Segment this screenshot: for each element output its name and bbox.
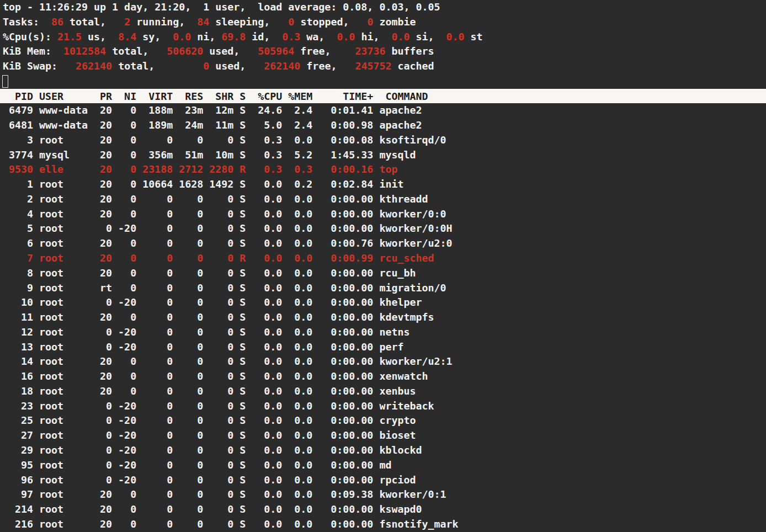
summary-label: total, [63, 16, 112, 28]
summary-value: 245752 [343, 60, 391, 72]
top-summary-block: top - 11:26:29 up 1 day, 21:20, 1 user, … [3, 0, 766, 74]
summary-value: 0.0 [385, 31, 409, 42]
summary-label: id, [246, 31, 276, 42]
process-row-4: 4 root 20 0 0 0 0 S 0.0 0.0 0:00.00 kwor… [3, 207, 766, 222]
summary-label: used, [209, 60, 252, 72]
terminal-screen[interactable]: top - 11:26:29 up 1 day, 21:20, 1 user, … [0, 0, 766, 532]
summary-label: zombie [373, 16, 416, 28]
process-row-7: 7 root 20 0 0 0 0 R 0.0 0.0 0:00.99 rcu_… [3, 251, 766, 266]
summary-value: 0.0 [440, 31, 465, 42]
summary-label: stopped, [294, 16, 355, 28]
process-row-9: 9 root rt 0 0 0 0 S 0.0 0.0 0:00.00 migr… [3, 281, 766, 296]
process-row-16: 16 root 20 0 0 0 0 S 0.0 0.0 0:00.00 xen… [3, 369, 766, 384]
process-table: 6479 www-data 20 0 188m 23m 12m S 24.6 2… [3, 103, 766, 531]
process-row-96: 96 root 0 -20 0 0 0 S 0.0 0.0 0:00.00 rp… [3, 473, 766, 488]
process-row-14: 14 root 20 0 0 0 0 S 0.0 0.0 0:00.00 kwo… [3, 354, 766, 369]
process-row-23: 23 root 0 -20 0 0 0 S 0.0 0.0 0:00.00 wr… [3, 399, 766, 414]
summary-value: 0 [276, 16, 294, 28]
process-table-header: PID USER PR NI VIRT RES SHR S %CPU %MEM … [0, 89, 766, 104]
cursor-line [3, 74, 766, 89]
process-row-1: 1 root 20 0 10664 1628 1492 S 0.0 0.2 0:… [3, 177, 766, 192]
summary-label: KiB Mem: [3, 45, 57, 57]
summary-value: 506620 [155, 45, 203, 57]
summary-label: cached [391, 60, 434, 72]
process-row-10: 10 root 0 -20 0 0 0 S 0.0 0.0 0:00.00 kh… [3, 295, 766, 310]
process-row-214: 214 root 20 0 0 0 0 S 0.0 0.0 0:00.00 ks… [3, 502, 766, 517]
summary-label: free, [300, 60, 343, 72]
uptime-line: top - 11:26:29 up 1 day, 21:20, 1 user, … [3, 0, 766, 15]
process-row-3: 3 root 20 0 0 0 0 S 0.3 0.0 0:00.08 ksof… [3, 133, 766, 148]
summary-value: 84 [191, 16, 209, 28]
tasks-line: Tasks: 86 total, 2 running, 84 sleeping,… [3, 15, 766, 30]
summary-value: 505964 [246, 45, 294, 57]
summary-value: 0.3 [276, 31, 300, 42]
summary-value: 69.8 [221, 31, 246, 42]
summary-label: used, [203, 45, 246, 57]
summary-value: 86 [45, 16, 63, 28]
summary-label: buffers [385, 45, 434, 57]
summary-label: ni, [191, 31, 221, 42]
summary-value: 2 [112, 16, 130, 28]
summary-value: 1012584 [57, 45, 106, 57]
summary-label: top - 11:26:29 up 1 day, 21:20, 1 user, … [3, 1, 440, 13]
summary-label: running, [130, 16, 191, 28]
summary-label: us, [82, 31, 112, 42]
summary-label: sy, [136, 31, 167, 42]
summary-value: 8.4 [112, 31, 136, 42]
terminal-cursor [2, 75, 8, 88]
summary-label: Tasks: [3, 16, 45, 28]
mem-line: KiB Mem: 1012584 total, 506620 used, 505… [3, 44, 766, 59]
summary-value: 0.0 [331, 31, 355, 42]
process-row-18: 18 root 20 0 0 0 0 S 0.0 0.0 0:00.00 xen… [3, 384, 766, 399]
summary-label: wa, [300, 31, 331, 42]
process-row-12: 12 root 0 -20 0 0 0 S 0.0 0.0 0:00.00 ne… [3, 325, 766, 340]
process-row-25: 25 root 0 -20 0 0 0 S 0.0 0.0 0:00.00 cr… [3, 413, 766, 428]
process-row-6479: 6479 www-data 20 0 188m 23m 12m S 24.6 2… [3, 103, 766, 118]
summary-label: sleeping, [209, 16, 276, 28]
process-row-13: 13 root 0 -20 0 0 0 S 0.0 0.0 0:00.00 pe… [3, 340, 766, 355]
summary-label: total, [106, 45, 155, 57]
summary-label: total, [112, 60, 161, 72]
process-row-11: 11 root 20 0 0 0 0 S 0.0 0.0 0:00.00 kde… [3, 310, 766, 325]
summary-value: 0 [355, 16, 373, 28]
process-row-216: 216 root 20 0 0 0 0 S 0.0 0.0 0:00.00 fs… [3, 517, 766, 532]
process-row-27: 27 root 0 -20 0 0 0 S 0.0 0.0 0:00.00 bi… [3, 428, 766, 443]
process-row-2: 2 root 20 0 0 0 0 S 0.0 0.0 0:00.00 kthr… [3, 192, 766, 207]
summary-label: si, [409, 31, 440, 42]
summary-value: 23736 [337, 45, 385, 57]
summary-label: free, [294, 45, 337, 57]
summary-value: 262140 [63, 60, 112, 72]
process-row-95: 95 root 0 -20 0 0 0 S 0.0 0.0 0:00.00 md [3, 458, 766, 473]
summary-value: 0 [161, 60, 209, 72]
process-row-29: 29 root 0 -20 0 0 0 S 0.0 0.0 0:00.00 kb… [3, 443, 766, 458]
process-row-5: 5 root 0 -20 0 0 0 S 0.0 0.0 0:00.00 kwo… [3, 221, 766, 236]
process-row-3774: 3774 mysql 20 0 356m 51m 10m S 0.3 5.2 1… [3, 148, 766, 163]
summary-label: hi, [355, 31, 385, 42]
cpu-line: %Cpu(s): 21.5 us, 8.4 sy, 0.0 ni, 69.8 i… [3, 30, 766, 45]
process-row-6: 6 root 20 0 0 0 0 S 0.0 0.0 0:00.76 kwor… [3, 236, 766, 251]
summary-value: 262140 [252, 60, 300, 72]
summary-label: KiB Swap: [3, 60, 63, 72]
process-row-8: 8 root 20 0 0 0 0 S 0.0 0.0 0:00.00 rcu_… [3, 266, 766, 281]
summary-label: %Cpu(s): [3, 31, 57, 42]
summary-value: 0.0 [167, 31, 191, 42]
swap-line: KiB Swap: 262140 total, 0 used, 262140 f… [3, 59, 766, 74]
process-row-6481: 6481 www-data 20 0 189m 24m 11m S 5.0 2.… [3, 118, 766, 133]
summary-label: st [465, 31, 483, 42]
summary-value: 21.5 [57, 31, 82, 42]
process-row-9530: 9530 elle 20 0 23188 2712 2280 R 0.3 0.3… [3, 162, 766, 177]
process-row-97: 97 root 20 0 0 0 0 S 0.0 0.0 0:09.38 kwo… [3, 487, 766, 502]
